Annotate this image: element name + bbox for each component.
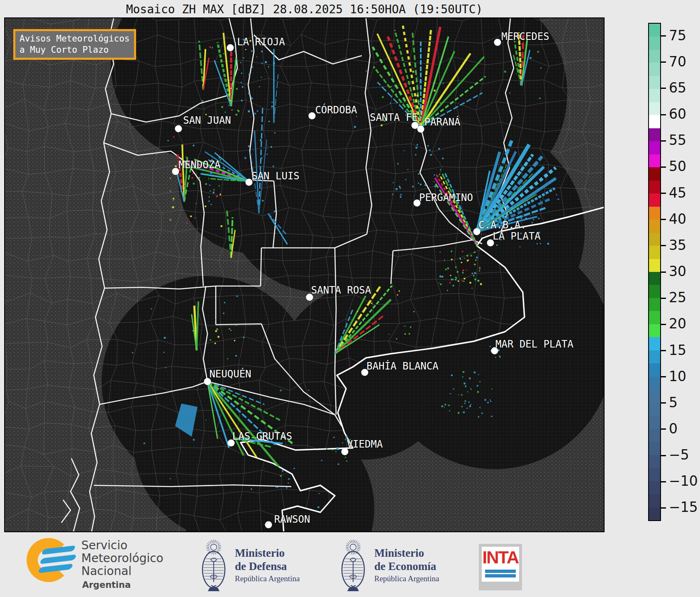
colorbar-tick <box>661 507 666 509</box>
colorbar-tick-label: 15 <box>669 342 686 358</box>
colorbar-tick-label: 10 <box>669 368 686 384</box>
colorbar-tick-label: 30 <box>669 263 686 279</box>
defensa-title: Ministerio de Defensa <box>235 546 300 573</box>
colorbar-tick <box>661 455 666 456</box>
city-label: RAWSON <box>274 514 310 525</box>
colorbar-tick <box>661 140 666 142</box>
inta-bar-icon <box>485 574 516 577</box>
warning-box-line1: Avisos Meteorológicos <box>20 34 130 44</box>
city-label: SAN JUAN <box>183 115 231 126</box>
city-dot <box>172 168 179 175</box>
city-label: SAN LUIS <box>251 170 300 182</box>
city-label: LA PLATA <box>493 230 541 242</box>
colorbar-tick <box>661 428 666 430</box>
colorbar-tick <box>661 245 666 246</box>
defensa-title-line: de Defensa <box>235 560 300 573</box>
colorbar-tick <box>661 35 666 37</box>
colorbar-tick-label: 70 <box>669 54 686 70</box>
city-label: BAHÍA BLANCA <box>366 360 438 372</box>
city-label: MAR DEL PLATA <box>495 338 573 350</box>
city-label: SANTA ROSA <box>311 284 371 296</box>
city-label: LAS GRUTAS <box>232 431 293 442</box>
economia-title-line: Ministerio <box>374 546 439 560</box>
economia-subtitle: República Argentina <box>374 574 439 583</box>
colorbar-tick-label: 50 <box>669 158 686 174</box>
colorbar-tick-label: 40 <box>669 211 686 227</box>
inta-wordmark: INTA <box>482 547 519 568</box>
smn-logo-text: Servicio Meteorológico Nacional Argentin… <box>81 539 163 592</box>
map-graphics <box>5 18 605 532</box>
colorbar-tick-label: 55 <box>669 132 686 148</box>
colorbar-tick <box>661 350 666 351</box>
city-label: LA RIOJA <box>237 36 285 48</box>
colorbar-tick <box>661 272 666 273</box>
figure-title: Mosaico ZH MAX [dBZ] 28.08.2025 16:50HOA… <box>4 2 605 16</box>
radar-map: LA RIOJAMERCEDESSAN JUANCÓRDOBASANTA FEP… <box>4 17 605 532</box>
colorbar-tick-label: 20 <box>669 316 686 332</box>
city-label: CÓRDOBA <box>315 104 357 116</box>
colorbar-tick <box>661 219 666 220</box>
city-dot <box>417 126 424 133</box>
warning-box-line2: a Muy Corto Plazo <box>20 45 109 55</box>
city-dot <box>227 44 234 51</box>
city-label: MENDOZA <box>178 159 220 171</box>
inta-logo: INTA <box>479 544 522 590</box>
economia-text: Ministerio de Economía República Argenti… <box>374 546 439 583</box>
colorbar-tick-label: 60 <box>669 106 686 122</box>
city-label: NEUQUÉN <box>209 368 251 380</box>
city-label: MERCEDES <box>501 31 549 42</box>
colorbar-tick <box>661 193 666 194</box>
economia-title-line: de Economía <box>374 560 439 573</box>
colorbar <box>648 23 661 521</box>
colorbar-tick-label: 75 <box>669 27 686 44</box>
colorbar-tick <box>661 376 666 377</box>
city-label: PARANÁ <box>424 116 461 128</box>
colorbar-tick <box>661 481 666 482</box>
city-label: SANTA FE <box>370 112 418 123</box>
smn-line: Nacional <box>81 565 163 577</box>
city-label: PERGAMINO <box>419 192 473 203</box>
footer-logos-bar: Servicio Meteorológico Nacional Argentin… <box>0 532 700 597</box>
city-dot <box>494 39 501 46</box>
city-label: VIEDMA <box>347 438 383 450</box>
smn-country: Argentina <box>82 579 163 592</box>
smn-line: Meteorológico <box>81 552 163 565</box>
colorbar-tick-label: 35 <box>669 237 686 253</box>
colorbar-tick <box>661 114 666 115</box>
colorbar-tick <box>661 324 666 325</box>
coat-of-arms-icon <box>339 536 367 594</box>
warning-box: Avisos Meteorológicos a Muy Corto Plazo <box>13 29 136 60</box>
colorbar-tick-label: −15 <box>669 499 698 515</box>
inta-logo-inner: INTA <box>482 547 519 582</box>
coat-of-arms-icon <box>200 536 227 594</box>
colorbar-tick-label: 65 <box>669 80 686 96</box>
colorbar-tick <box>661 166 666 168</box>
colorbar-tick-label: 25 <box>669 289 686 306</box>
city-dot <box>309 113 316 120</box>
colorbar-tick-label: 5 <box>669 394 678 411</box>
department-borders <box>5 18 605 532</box>
smn-line: Servicio <box>81 539 163 552</box>
city-dot <box>175 125 182 132</box>
city-dot <box>265 521 272 528</box>
colorbar-tick <box>661 88 666 89</box>
defensa-title-line: Ministerio <box>235 546 300 560</box>
colorbar-tick-label: −10 <box>669 473 698 489</box>
colorbar-tick-label: 0 <box>669 421 678 437</box>
radar-echo-patch <box>175 404 198 437</box>
economia-title: Ministerio de Economía <box>374 546 439 573</box>
defensa-subtitle: República Argentina <box>235 574 300 583</box>
colorbar-tick-label: −5 <box>669 447 689 463</box>
colorbar-tick <box>661 298 666 299</box>
defensa-text: Ministerio de Defensa República Argentin… <box>235 546 300 583</box>
radar-product-page: Mosaico ZH MAX [dBZ] 28.08.2025 16:50HOA… <box>0 0 700 597</box>
colorbar-tick <box>661 402 666 404</box>
colorbar-tick-label: 45 <box>669 185 686 201</box>
colorbar-tick <box>661 61 666 63</box>
inta-bar-icon <box>485 570 516 573</box>
city-label: C.A.B.A. <box>478 219 527 231</box>
